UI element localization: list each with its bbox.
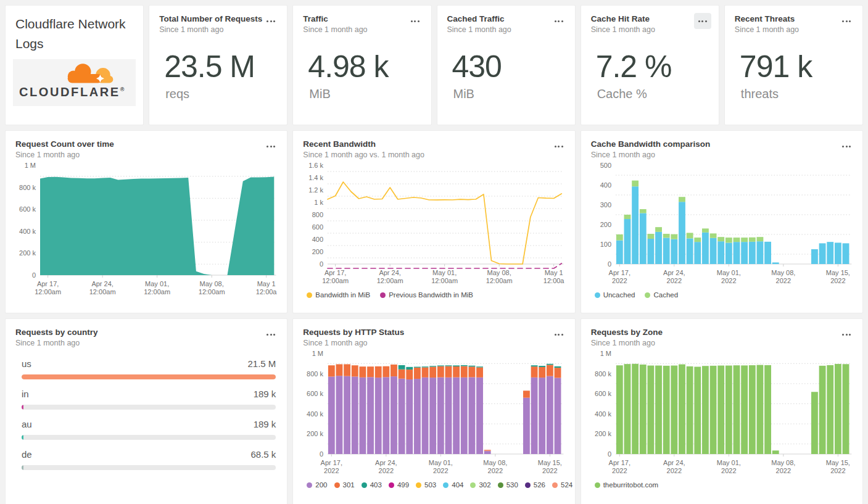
legend-label: 404	[452, 481, 463, 489]
country-value: 189 k	[254, 419, 276, 429]
legend-dot-icon	[470, 482, 476, 488]
svg-text:Apr 17,2022: Apr 17,2022	[608, 269, 630, 284]
chart-subtitle: Since 1 month ago	[303, 339, 564, 347]
country-bar-track	[22, 374, 276, 379]
header-card: Cloudflare Network Logs CLOUDFLARE®	[5, 5, 144, 125]
svg-text:800 k: 800 k	[307, 370, 323, 378]
country-label: au	[22, 419, 32, 429]
legend-item[interactable]: 301	[334, 481, 355, 489]
svg-text:400 k: 400 k	[19, 228, 36, 235]
svg-text:1 M: 1 M	[600, 350, 611, 357]
svg-text:Apr 24,2022: Apr 24,2022	[663, 269, 685, 284]
legend-dot-icon	[416, 482, 421, 488]
country-bar-fill[interactable]	[22, 405, 23, 410]
cloudflare-logo: CLOUDFLARE®	[13, 59, 136, 106]
svg-text:May 08,12:00am: May 08,12:00am	[199, 280, 225, 295]
svg-text:200: 200	[312, 248, 323, 255]
svg-text:200 k: 200 k	[595, 430, 611, 437]
http-status-bar-chart[interactable]: 1 M800 k600 k400 k200 k0Apr 17,2022Apr 2…	[303, 347, 564, 480]
ellipsis-icon[interactable]	[550, 138, 568, 154]
svg-text:Apr 17,2022: Apr 17,2022	[608, 459, 630, 474]
stat-traffic: Traffic Since 1 month ago 4.98 k MiB	[292, 5, 431, 125]
chart-title: Requests by HTTP Status	[303, 328, 564, 337]
legend-item[interactable]: Previous Bandwidth in MiB	[380, 291, 473, 299]
svg-text:May 08,2022: May 08,2022	[771, 269, 795, 284]
svg-text:0: 0	[608, 450, 611, 458]
ellipsis-icon[interactable]	[262, 13, 279, 29]
legend-item[interactable]: 526	[525, 481, 545, 489]
legend-dot-icon	[362, 482, 367, 488]
chart-title: Requests by Zone	[591, 328, 853, 337]
request-count-area-chart[interactable]: 1 M800 k600 k400 k200 k0Apr 17,12:00amAp…	[15, 159, 277, 301]
svg-text:1 M: 1 M	[312, 350, 323, 357]
stat-title: Total Number of Requests	[159, 14, 277, 23]
ellipsis-icon[interactable]	[694, 13, 711, 29]
country-bar-fill[interactable]	[22, 435, 23, 440]
stat-value: 4.98 k	[308, 49, 421, 85]
svg-text:May 112:00a: May 112:00a	[544, 269, 564, 284]
ellipsis-icon[interactable]	[407, 13, 424, 29]
legend: Bandwidth in MiBPrevious Bandwidth in Mi…	[303, 291, 564, 299]
legend-item[interactable]: 524	[552, 481, 572, 489]
country-bar-track	[22, 435, 276, 440]
ellipsis-icon[interactable]	[838, 138, 855, 154]
legend-dot-icon	[307, 292, 312, 298]
country-row: in189 k	[22, 389, 276, 410]
legend-label: Bandwidth in MiB	[315, 291, 370, 299]
svg-text:200: 200	[600, 221, 611, 228]
stat-value: 23.5 M	[164, 49, 277, 85]
legend-label: Previous Bandwidth in MiB	[389, 291, 473, 299]
legend-label: Uncached	[603, 291, 635, 299]
country-value: 189 k	[254, 389, 276, 399]
chart-title: Request Count over time	[15, 139, 277, 149]
legend-item[interactable]: 530	[498, 481, 518, 489]
svg-text:Apr 24,12:00am: Apr 24,12:00am	[89, 280, 116, 295]
legend-item[interactable]: 302	[470, 481, 490, 489]
chart-requests-by-zone-panel: Requests by Zone Since 1 month ago 1 M80…	[581, 318, 863, 504]
country-label: us	[22, 358, 31, 369]
legend-item[interactable]: 404	[443, 481, 463, 489]
legend-item[interactable]: Cached	[645, 291, 678, 299]
legend-label: 200	[315, 481, 327, 489]
legend-item[interactable]: Uncached	[595, 291, 635, 299]
legend-item[interactable]: 403	[362, 481, 382, 489]
legend-item[interactable]: Bandwidth in MiB	[307, 291, 370, 299]
stat-unit: threats	[741, 87, 853, 101]
chart-subtitle: Since 1 month ago vs. 1 month ago	[303, 151, 564, 159]
cloudflare-logo-text: CLOUDFLARE®	[19, 85, 130, 99]
svg-text:Apr 24,2022: Apr 24,2022	[663, 459, 685, 474]
legend-dot-icon	[389, 482, 394, 488]
zone-bar-chart[interactable]: 1 M800 k600 k400 k200 k0Apr 17,2022Apr 2…	[591, 347, 853, 480]
ellipsis-icon[interactable]	[838, 13, 855, 29]
stat-value: 791 k	[740, 49, 853, 85]
ellipsis-icon[interactable]	[262, 138, 279, 154]
legend-item[interactable]: theburritobot.com	[595, 481, 659, 489]
legend-dot-icon	[334, 482, 340, 488]
chart-title: Recent Bandwidth	[303, 139, 564, 149]
svg-text:1.2 k: 1.2 k	[308, 186, 323, 194]
ellipsis-icon[interactable]	[838, 326, 855, 342]
legend-dot-icon	[498, 482, 503, 488]
cache-bandwidth-bar-chart[interactable]: 5004003002001000Apr 17,2022Apr 24,2022Ma…	[591, 159, 853, 290]
stat-recent-threats: Recent Threats Since 1 month ago 791 k t…	[724, 5, 863, 125]
country-bar-fill[interactable]	[22, 374, 276, 379]
svg-text:1 k: 1 k	[315, 199, 324, 206]
country-bar-fill[interactable]	[22, 465, 23, 470]
chart-subtitle: Since 1 month ago	[15, 339, 277, 347]
legend-item[interactable]: 503	[416, 481, 436, 489]
legend-item[interactable]: 200	[307, 481, 327, 489]
ellipsis-icon[interactable]	[550, 326, 568, 342]
ellipsis-icon[interactable]	[262, 326, 279, 342]
country-bar-track	[22, 405, 276, 410]
dashboard: Cloudflare Network Logs CLOUDFLARE® Tota…	[0, 0, 868, 504]
ellipsis-icon[interactable]	[550, 13, 568, 29]
stat-subtitle: Since 1 month ago	[447, 25, 565, 34]
chart-cache-bandwidth-panel: Cache Bandwidth comparison Since 1 month…	[581, 130, 863, 313]
chart-recent-bandwidth-panel: Recent Bandwidth Since 1 month ago vs. 1…	[292, 130, 575, 313]
stat-value: 430	[452, 49, 565, 85]
legend-label: 524	[561, 481, 572, 489]
legend-item[interactable]: 499	[389, 481, 409, 489]
svg-text:Apr 24,12:00am: Apr 24,12:00am	[377, 269, 403, 284]
recent-bandwidth-line-chart[interactable]: 1.6 k1.4 k1.2 k1 k8006004002000Apr 17,12…	[303, 159, 564, 290]
svg-text:Apr 17,12:00am: Apr 17,12:00am	[323, 269, 349, 284]
